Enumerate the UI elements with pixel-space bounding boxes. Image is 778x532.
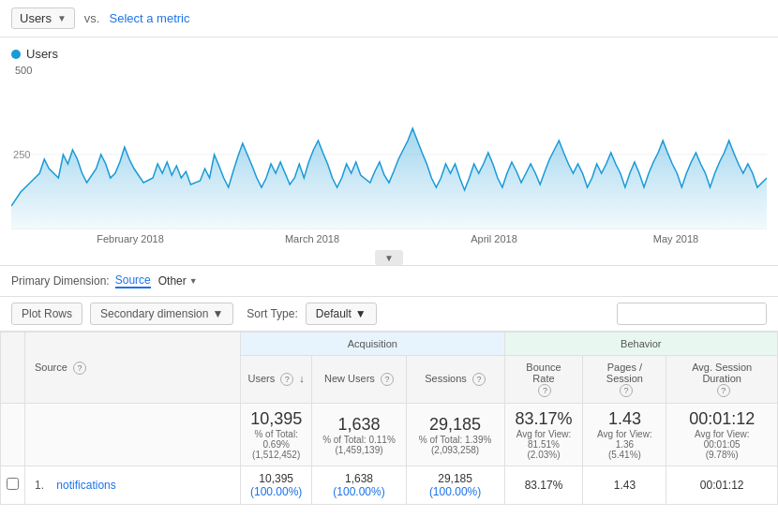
acquisition-group-header: Acquisition	[241, 332, 505, 356]
chart-container: 250	[11, 80, 767, 229]
y-label-500: 500	[15, 65, 767, 76]
row-1-new-users-value: 1,638	[345, 472, 373, 485]
behavior-group-header: Behavior	[504, 332, 777, 356]
totals-bounce-rate-avg-label: Avg for View:	[515, 429, 574, 439]
row-1-source-name[interactable]: notifications	[56, 479, 115, 492]
vs-label: vs.	[84, 11, 100, 25]
sort-type-label: Sort Type:	[247, 307, 297, 320]
totals-pages-avg-val: 1.36	[592, 439, 656, 450]
totals-avg-session-value: 00:01:12	[676, 409, 768, 429]
totals-sessions-value: 29,185	[416, 415, 495, 435]
pages-session-col-header: Pages / Session ?	[583, 356, 666, 404]
row-1-bounce-rate: 83.17%	[525, 479, 563, 492]
totals-users-abs: (1,512,452)	[250, 450, 302, 460]
x-label-apr: April 2018	[403, 233, 585, 244]
x-axis-labels: February 2018 March 2018 April 2018 May …	[11, 229, 767, 248]
totals-avg-session-avg-val: 00:01:05	[676, 439, 768, 450]
chart-svg: 250	[11, 80, 767, 229]
users-help-icon[interactable]: ?	[280, 373, 293, 386]
pages-session-help-icon[interactable]: ?	[620, 384, 633, 397]
primary-dimension-label: Primary Dimension:	[11, 274, 110, 288]
x-label-mar: March 2018	[221, 233, 403, 244]
totals-avg-session-pct: (9.78%)	[676, 450, 768, 460]
totals-new-users-cell: 1,638 % of Total: 0.11% (1,459,139)	[312, 404, 406, 466]
totals-bounce-rate-cell: 83.17% Avg for View: 81.51% (2.03%)	[504, 404, 583, 466]
sort-dropdown[interactable]: Default ▼	[306, 303, 377, 325]
row-1-checkbox-cell[interactable]	[1, 466, 25, 505]
totals-pages-session-cell: 1.43 Avg for View: 1.36 (5.41%)	[583, 404, 666, 466]
sort-dropdown-arrow: ▼	[355, 307, 367, 320]
source-header: Source ?	[25, 332, 241, 404]
totals-pages-pct: (5.41%)	[592, 450, 656, 460]
bounce-rate-help-icon[interactable]: ?	[538, 384, 551, 397]
metric-label: Users	[20, 11, 52, 25]
totals-sessions-pct: % of Total: 1.39%	[416, 435, 495, 445]
totals-pages-value: 1.43	[592, 409, 656, 429]
row-1-avg-session: 00:01:12	[700, 479, 744, 492]
secondary-dimension-button[interactable]: Secondary dimension ▼	[90, 303, 233, 325]
svg-text:250: 250	[13, 149, 30, 160]
row-1-sessions-cell: 29,185 (100.00%)	[406, 466, 504, 505]
table-controls: Plot Rows Secondary dimension ▼ Sort Typ…	[0, 297, 778, 332]
row-1-pages: 1.43	[614, 479, 636, 492]
metric-dropdown-arrow: ▼	[57, 13, 67, 23]
row-1-pages-cell: 1.43	[583, 466, 666, 505]
dimension-source[interactable]: Source	[115, 273, 151, 288]
totals-avg-session-cell: 00:01:12 Avg for View: 00:01:05 (9.78%)	[666, 404, 778, 466]
sessions-help-icon[interactable]: ?	[472, 373, 486, 386]
row-1-users-pct: (100.00%)	[250, 485, 302, 498]
totals-source-cell	[25, 404, 241, 466]
totals-users-cell: 10,395 % of Total: 0.69% (1,512,452)	[241, 404, 312, 466]
avg-session-help-icon[interactable]: ?	[717, 384, 730, 397]
chart-area: Users 500 250 February 2018 March 2018	[0, 37, 778, 265]
search-input[interactable]	[617, 303, 767, 325]
row-1-sessions-pct: (100.00%)	[429, 485, 481, 498]
row-1-users-cell: 10,395 (100.00%)	[241, 466, 312, 505]
row-1-new-users-pct: (100.00%)	[333, 485, 384, 498]
plot-rows-button[interactable]: Plot Rows	[11, 303, 82, 325]
table-row: 1. notifications 10,395 (100.00%) 1,638 …	[1, 466, 778, 505]
source-help-icon[interactable]: ?	[73, 362, 86, 375]
row-1-bounce-rate-cell: 83.17%	[504, 466, 583, 505]
row-1-new-users-cell: 1,638 (100.00%)	[312, 466, 406, 505]
users-col-header: Users ? ↓	[241, 356, 312, 404]
sessions-col-header: Sessions ?	[406, 356, 504, 404]
dimension-other[interactable]: Other ▼	[158, 274, 198, 288]
row-1-users-value: 10,395	[259, 472, 293, 485]
row-1-checkbox[interactable]	[7, 478, 19, 490]
row-1-avg-session-cell: 00:01:12	[666, 466, 778, 505]
totals-new-users-pct: % of Total: 0.11%	[322, 435, 396, 445]
totals-row: 10,395 % of Total: 0.69% (1,512,452) 1,6…	[1, 404, 778, 466]
totals-bounce-rate-avg-val: 81.51%	[515, 439, 574, 450]
x-label-may: May 2018	[585, 233, 767, 244]
totals-bounce-rate-value: 83.17%	[515, 409, 574, 429]
users-sort-arrow: ↓	[299, 373, 305, 384]
legend-dot	[11, 50, 21, 59]
checkbox-header	[1, 332, 25, 404]
expand-icon[interactable]: ▼	[375, 250, 403, 265]
select-metric-link[interactable]: Select a metric	[109, 11, 189, 25]
legend-label: Users	[26, 47, 58, 61]
metric-dropdown[interactable]: Users ▼	[11, 7, 75, 29]
row-1-sessions-value: 29,185	[438, 472, 472, 485]
bounce-rate-col-header: Bounce Rate ?	[504, 356, 583, 404]
totals-users-pct: % of Total: 0.69%	[250, 429, 302, 450]
totals-sessions-abs: (2,093,258)	[416, 445, 495, 455]
data-table: Source ? Acquisition Behavior Users ? ↓ …	[0, 332, 778, 505]
totals-bounce-rate-pct: (2.03%)	[515, 450, 574, 460]
totals-checkbox-cell	[1, 404, 25, 466]
dimensions-bar: Primary Dimension: Source Other ▼	[0, 265, 778, 297]
chart-legend: Users	[11, 47, 767, 61]
totals-pages-avg-label: Avg for View:	[592, 429, 656, 439]
chart-expand-button[interactable]: ▼	[11, 250, 767, 265]
x-label-feb: February 2018	[39, 233, 221, 244]
row-1-num: 1.	[35, 479, 44, 492]
new-users-col-header: New Users ?	[312, 356, 406, 404]
top-controls: Users ▼ vs. Select a metric	[0, 0, 778, 37]
totals-sessions-cell: 29,185 % of Total: 1.39% (2,093,258)	[406, 404, 504, 466]
avg-session-col-header: Avg. Session Duration ?	[666, 356, 778, 404]
new-users-help-icon[interactable]: ?	[381, 373, 394, 386]
totals-new-users-value: 1,638	[322, 415, 396, 435]
totals-new-users-abs: (1,459,139)	[322, 445, 396, 455]
other-dropdown-arrow: ▼	[189, 276, 198, 286]
